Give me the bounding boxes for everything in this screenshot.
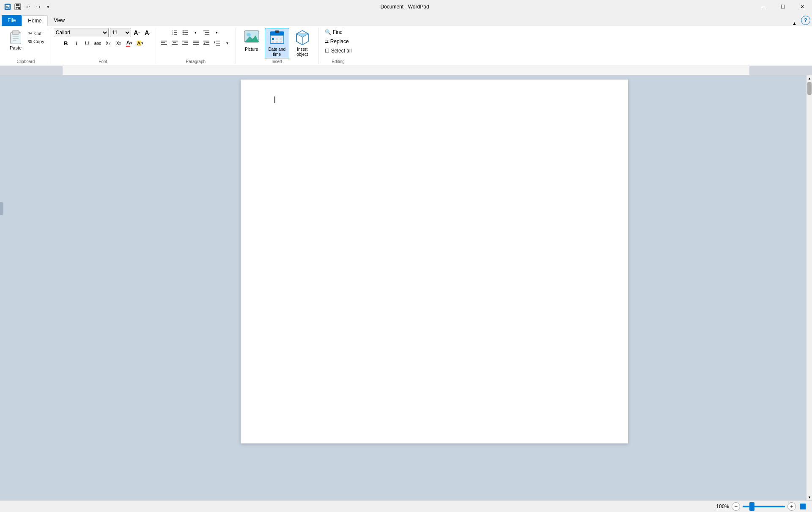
- select-all-button[interactable]: ☐ Select all: [322, 47, 355, 55]
- window-title: Document - WordPad: [56, 4, 754, 10]
- ribbon-collapse-btn[interactable]: ▲: [790, 21, 799, 26]
- ruler: [0, 66, 812, 75]
- svg-rect-60: [276, 38, 278, 40]
- zoom-percent: 100%: [716, 504, 729, 509]
- picture-icon: [243, 29, 260, 46]
- document-page[interactable]: [241, 80, 628, 443]
- align-right-button[interactable]: [181, 39, 190, 48]
- svg-rect-59: [272, 38, 274, 40]
- app-icon: W: [3, 3, 12, 11]
- zoom-out-button[interactable]: −: [732, 502, 740, 511]
- bold-button[interactable]: B: [61, 39, 71, 48]
- underline-button[interactable]: U: [82, 39, 92, 48]
- redo-quick-btn[interactable]: ↪: [34, 3, 42, 11]
- maximize-button[interactable]: ☐: [773, 0, 793, 14]
- paragraph-group: 1.2.3. ▾ ▾: [156, 28, 236, 64]
- subscript-button[interactable]: X2: [104, 39, 113, 48]
- svg-rect-62: [272, 41, 274, 43]
- insert-group: Picture: [236, 28, 318, 64]
- vertical-scrollbar[interactable]: ▲ ▼: [806, 75, 812, 500]
- cut-button[interactable]: ✂ Cut: [26, 30, 47, 37]
- rtl-button[interactable]: [202, 39, 211, 48]
- indent-dropdown-button[interactable]: ▾: [212, 28, 222, 37]
- scroll-down-button[interactable]: ▼: [807, 494, 812, 500]
- italic-button[interactable]: I: [72, 39, 81, 48]
- grow-font-button[interactable]: A+: [132, 28, 142, 37]
- zoom-in-button[interactable]: +: [787, 502, 796, 511]
- zoom-area: 100% − +: [716, 502, 807, 511]
- zoom-slider[interactable]: [743, 506, 785, 507]
- paste-icon: [9, 29, 22, 45]
- replace-button[interactable]: ⇄ Replace: [322, 37, 355, 46]
- shrink-font-button[interactable]: A-: [143, 28, 152, 37]
- tab-home[interactable]: Home: [22, 15, 48, 26]
- align-center-button[interactable]: [170, 39, 179, 48]
- minimize-button[interactable]: ─: [754, 0, 773, 14]
- svg-rect-64: [280, 41, 282, 43]
- justify-button[interactable]: [191, 39, 200, 48]
- highlight-button[interactable]: A ▾: [135, 39, 145, 48]
- text-color-button[interactable]: A ▾: [125, 39, 134, 48]
- find-button[interactable]: 🔍 Find: [322, 28, 355, 36]
- date-time-button[interactable]: Date and time: [265, 28, 289, 58]
- svg-point-24: [182, 32, 184, 33]
- page-view-icon: [798, 502, 807, 511]
- title-bar: W ↩ ↪ ▾ Document - WordPad ─ ☐ ✕: [0, 0, 812, 14]
- scroll-up-button[interactable]: ▲: [807, 75, 812, 81]
- status-bar: 100% − +: [0, 500, 812, 512]
- ribbon: Paste ✂ Cut ⧉ Copy Clipboard Calibri: [0, 26, 812, 66]
- clipboard-group: Paste ✂ Cut ⧉ Copy Clipboard: [2, 28, 50, 64]
- svg-rect-6: [16, 8, 18, 9]
- svg-point-25: [182, 34, 184, 35]
- close-button[interactable]: ✕: [793, 0, 812, 14]
- svg-rect-10: [12, 31, 19, 34]
- align-left-button[interactable]: [159, 39, 169, 48]
- left-margin-area: [0, 75, 63, 500]
- line-spacing-button[interactable]: [212, 39, 222, 48]
- svg-rect-63: [276, 41, 278, 43]
- superscript-button[interactable]: X2: [114, 39, 123, 48]
- svg-point-23: [182, 30, 184, 32]
- svg-marker-44: [203, 42, 205, 44]
- quick-access-dropdown[interactable]: ▾: [44, 3, 52, 11]
- insert-object-button[interactable]: Insert object: [290, 28, 315, 58]
- document-area[interactable]: [63, 75, 806, 500]
- scissors-icon: ✂: [28, 30, 33, 36]
- ruler-body: [63, 66, 749, 75]
- tab-view[interactable]: View: [48, 15, 71, 26]
- undo-quick-btn[interactable]: ↩: [24, 3, 32, 11]
- svg-rect-4: [16, 4, 19, 6]
- strikethrough-button[interactable]: abc: [93, 39, 102, 48]
- svg-rect-70: [800, 504, 806, 509]
- svg-rect-57: [277, 30, 279, 33]
- select-all-icon: ☐: [325, 48, 329, 54]
- replace-icon: ⇄: [325, 39, 329, 44]
- date-time-label: Date and time: [268, 47, 285, 57]
- line-spacing-dropdown[interactable]: ▾: [223, 39, 232, 48]
- help-button[interactable]: ?: [801, 16, 810, 25]
- copy-button[interactable]: ⧉ Copy: [26, 38, 47, 45]
- paste-button[interactable]: Paste: [5, 28, 26, 52]
- save-quick-btn[interactable]: [14, 3, 22, 11]
- ordered-list-button[interactable]: 1.2.3.: [170, 28, 179, 37]
- svg-point-51: [247, 33, 251, 36]
- tab-file[interactable]: File: [2, 15, 22, 26]
- svg-marker-48: [214, 41, 215, 44]
- scroll-thumb[interactable]: [807, 82, 812, 95]
- ribbon-tab-bar: File Home View ▲ ?: [0, 14, 812, 26]
- insert-object-icon: [294, 29, 311, 46]
- editing-group: 🔍 Find ⇄ Replace ☐ Select all Editing: [318, 28, 358, 64]
- svg-text:3.: 3.: [172, 33, 173, 35]
- copy-icon: ⧉: [28, 39, 32, 44]
- font-size-select[interactable]: 11 10 12 14: [110, 28, 131, 37]
- ruler-right-margin: [749, 66, 812, 75]
- unordered-list-button[interactable]: [181, 28, 190, 37]
- text-cursor: [274, 96, 275, 103]
- picture-button[interactable]: Picture: [239, 28, 264, 53]
- svg-marker-66: [296, 34, 308, 37]
- indent-level-button[interactable]: [202, 28, 211, 37]
- left-tab: [0, 202, 3, 215]
- font-family-select[interactable]: Calibri Arial Times New Roman: [54, 28, 109, 37]
- svg-rect-56: [275, 30, 277, 33]
- list-dropdown-button[interactable]: ▾: [191, 28, 200, 37]
